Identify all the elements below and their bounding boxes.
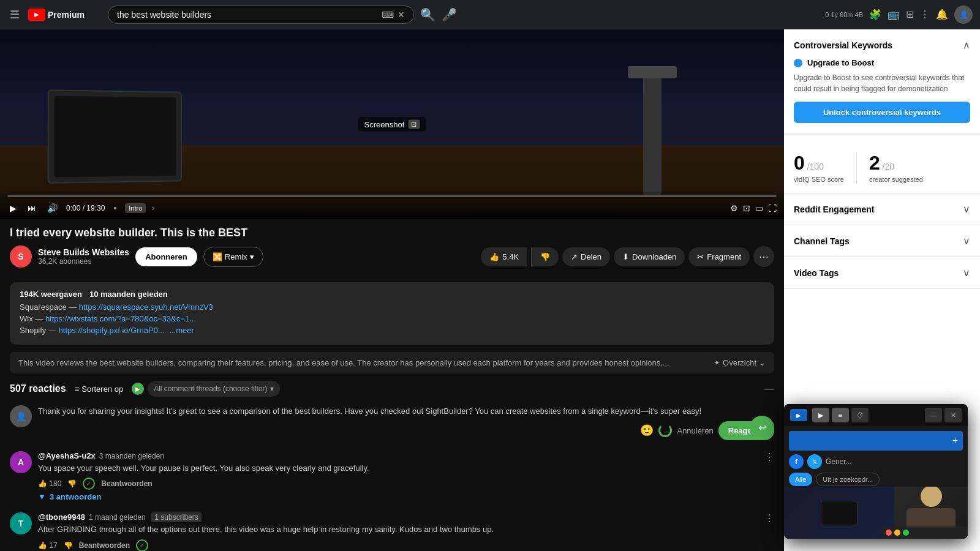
- settings-icon[interactable]: ⚙: [730, 203, 738, 213]
- overzicht-button[interactable]: ✦ Overzicht ⌄: [714, 358, 766, 367]
- comments-collapse-icon[interactable]: —: [764, 383, 774, 394]
- controls-row: ▶ ⏭ 🔊 0:00 / 19:30 • Intro › ⚙ ⊡ ▭ ⛶: [7, 202, 777, 214]
- comment-item: T @tbone99481 maand geleden 1 subscriber…: [10, 512, 774, 551]
- desc-link-squarespace: Squarespace — https://squarespace.syuh.n…: [20, 302, 764, 312]
- mini-tab-list[interactable]: ≡: [832, 408, 849, 422]
- loading-spinner: [658, 424, 672, 437]
- sort-label: Sorteren op: [81, 384, 123, 394]
- search-input[interactable]: [117, 10, 377, 20]
- remix-label: Remix: [225, 252, 247, 261]
- remix-button[interactable]: 🔀 Remix ▾: [203, 247, 263, 267]
- like-comment-button[interactable]: 👍 180: [38, 479, 61, 488]
- mini-player-minimize[interactable]: —: [925, 408, 942, 422]
- theater-icon[interactable]: ▭: [755, 203, 763, 213]
- overzicht-label: ✦ Overzicht: [714, 358, 756, 367]
- comment-more-button[interactable]: ⋮: [764, 512, 774, 524]
- clear-icon[interactable]: ✕: [398, 10, 405, 20]
- filter-dropdown[interactable]: All comment threads (choose filter) ▾: [148, 381, 279, 397]
- search-button[interactable]: 🔍: [420, 7, 435, 22]
- facebook-icon[interactable]: f: [789, 454, 804, 469]
- like-button[interactable]: 👍 5,4K: [481, 247, 527, 266]
- collapse-icon: ∧: [963, 39, 970, 51]
- alle-filter-button[interactable]: Alle: [789, 473, 812, 486]
- download-label: Downloaden: [632, 252, 676, 261]
- maximize-traffic-light[interactable]: [903, 530, 909, 536]
- more-actions-button[interactable]: ⋯: [753, 246, 774, 267]
- clip-button[interactable]: ✂ Fragment: [688, 247, 750, 266]
- cast-icon[interactable]: 📺: [888, 9, 900, 20]
- download-button[interactable]: ⬇ Downloaden: [614, 247, 685, 266]
- channel-name: Steve Builds Websites: [38, 247, 129, 257]
- mini-player-close[interactable]: ✕: [944, 408, 962, 422]
- bell-icon[interactable]: 🔔: [936, 9, 948, 20]
- volume-button[interactable]: 🔊: [45, 202, 60, 214]
- time-display: 0:00 / 19:30: [66, 204, 105, 212]
- unlock-button[interactable]: Unlock controversial keywords: [794, 102, 970, 123]
- comment-author: @tbone99481 maand geleden 1 subscribers: [38, 512, 774, 522]
- channel-info: Steve Builds Websites 36,2K abonnees: [38, 247, 129, 266]
- section-header[interactable]: Video Tags ∨: [794, 267, 970, 279]
- timer-label: 0 1y 60m 4B: [825, 11, 863, 18]
- next-button[interactable]: ⏭: [25, 202, 39, 214]
- zoek-filter-button[interactable]: Uit je zoekopdr...: [816, 473, 880, 486]
- comment-body: @AyeshaS-u2x3 maanden geleden You space …: [38, 451, 774, 502]
- mini-thumbnail: [821, 501, 858, 525]
- creator-score-label: creator suggested: [869, 176, 923, 183]
- clip-label: Fragment: [707, 252, 741, 261]
- comment-item: A @AyeshaS-u2x3 maanden geleden You spac…: [10, 451, 774, 502]
- user-avatar[interactable]: 👤: [954, 6, 973, 24]
- subscribe-button[interactable]: Abonneren: [135, 247, 197, 266]
- shopify-link[interactable]: https://shopify.pxf.io/GrnaP0...: [59, 326, 165, 335]
- play-button[interactable]: ▶: [7, 202, 19, 214]
- blue-dot-icon: [794, 59, 802, 67]
- youtube-logo: Premium: [28, 9, 102, 21]
- more-links[interactable]: ...meer: [169, 326, 194, 335]
- comment-item: 👤 Thank you for sharing your insights! I…: [10, 405, 774, 440]
- replies-toggle[interactable]: ▼ 3 antwoorden: [38, 492, 101, 501]
- emoji-button[interactable]: 🙂: [640, 424, 654, 437]
- wix-link[interactable]: https://wixstats.com/?a=780&oc=33&c=1...: [45, 314, 196, 323]
- description-box: 194K weergaven 10 maanden geleden Square…: [10, 282, 774, 345]
- section-header[interactable]: Reddit Engagement ∨: [794, 203, 970, 215]
- action-buttons: 👍 5,4K 👎 ↗ Delen ⬇ Downloaden: [481, 246, 774, 267]
- reply-button[interactable]: Beantwoorden: [101, 479, 152, 488]
- mini-add-icon[interactable]: +: [952, 435, 958, 446]
- content-area: Screenshot ⊡ ▶ ⏭ 🔊 0:00 / 19:30 • Intro …: [0, 29, 784, 551]
- thumbs-up-icon: 👍: [489, 252, 499, 261]
- channel-tags-section: Channel Tags ∨: [784, 225, 980, 257]
- clip-icon: ✂: [697, 252, 704, 261]
- section-header[interactable]: Controversial Keywords ∧: [794, 39, 970, 51]
- dislike-comment-button[interactable]: 👎: [64, 541, 73, 550]
- vidiq-score-max: /100: [807, 162, 824, 171]
- minimize-traffic-light[interactable]: [894, 530, 900, 536]
- grid-icon[interactable]: ⊞: [906, 9, 914, 20]
- close-traffic-light[interactable]: [886, 530, 892, 536]
- like-comment-button[interactable]: 👍 17: [38, 541, 58, 550]
- dislike-comment-button[interactable]: 👎: [67, 479, 77, 488]
- desc-link-wix: Wix — https://wixstats.com/?a=780&oc=33&…: [20, 314, 764, 323]
- progress-bar[interactable]: [7, 195, 777, 197]
- mini-input-bar[interactable]: +: [789, 431, 963, 451]
- mic-button[interactable]: 🎤: [442, 7, 457, 22]
- squarespace-link[interactable]: https://squarespace.syuh.net/VmnzV3: [79, 302, 213, 312]
- comment-more-button[interactable]: ⋮: [764, 451, 774, 463]
- search-bar[interactable]: ⌨ ✕: [108, 6, 414, 24]
- mini-tab-play[interactable]: ▶: [812, 408, 829, 422]
- dislike-button[interactable]: 👎: [531, 247, 559, 266]
- filter-area: ▶ All comment threads (choose filter) ▾: [132, 381, 279, 397]
- more-options-icon[interactable]: ⋮: [920, 9, 930, 20]
- twitter-icon[interactable]: 𝕏: [807, 454, 822, 469]
- hamburger-menu-icon[interactable]: ☰: [7, 6, 22, 24]
- miniplayer-icon[interactable]: ⊡: [743, 203, 750, 213]
- section-header[interactable]: Channel Tags ∨: [794, 235, 970, 247]
- section-title: Reddit Engagement: [794, 204, 874, 214]
- cancel-button[interactable]: Annuleren: [677, 426, 713, 435]
- share-button[interactable]: ↗ Delen: [562, 247, 610, 266]
- confirm-circle-button[interactable]: ↩: [750, 416, 774, 440]
- comment-actions: 👍 17 👎 Beantwoorden ✓: [38, 539, 774, 552]
- mini-tab-timer[interactable]: ⏱: [851, 408, 869, 422]
- sort-button[interactable]: ≡ Sorteren op: [75, 384, 124, 394]
- reply-button[interactable]: Beantwoorden: [79, 541, 130, 550]
- fullscreen-icon[interactable]: ⛶: [768, 203, 777, 213]
- extension-icon[interactable]: 🧩: [869, 9, 881, 20]
